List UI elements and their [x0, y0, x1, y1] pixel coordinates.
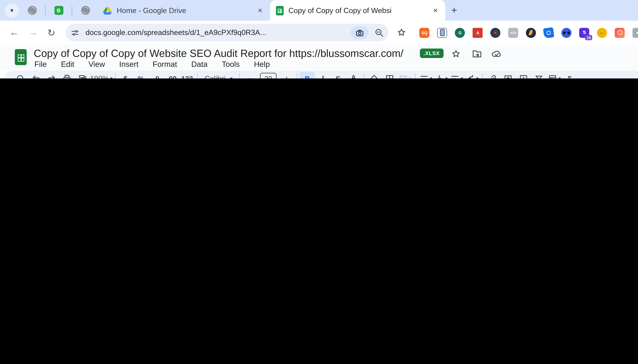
merge-cells-button[interactable]: ▾ — [397, 71, 413, 78]
italic-button[interactable]: I — [315, 71, 330, 78]
lens-button[interactable] — [351, 26, 368, 39]
pinned-tab-globe-icon[interactable] — [27, 6, 37, 15]
extension-red-book-icon[interactable]: A — [473, 28, 483, 38]
tab-close-icon[interactable]: × — [431, 6, 439, 15]
menu-format[interactable]: Format — [153, 60, 177, 69]
forward-button[interactable]: → — [29, 27, 38, 38]
extension-keywords-everywhere-icon[interactable]: K — [491, 28, 501, 38]
fill-color-button[interactable] — [367, 71, 382, 78]
extension-seoquake-icon[interactable]: SQ — [420, 28, 430, 38]
star-document-button[interactable] — [451, 49, 461, 58]
bold-button[interactable]: B — [300, 71, 315, 78]
vertical-align-button[interactable]: ▾ — [433, 71, 449, 78]
menu-tools[interactable]: Tools — [222, 60, 240, 69]
back-button[interactable]: ← — [10, 27, 19, 38]
document-status-cloud-icon[interactable] — [491, 49, 502, 58]
zoom-out-icon[interactable] — [374, 28, 384, 37]
extension-code-tool-icon[interactable]: </> — [508, 28, 518, 38]
tab-title: Copy of Copy of Copy of Websi — [288, 6, 431, 14]
extension-purple-arrows-icon[interactable]: ⇅15 — [579, 28, 589, 38]
drive-icon — [103, 6, 112, 14]
extension-alien-icon[interactable] — [562, 28, 572, 38]
sheets-icon — [276, 6, 284, 15]
create-filter-button[interactable] — [531, 71, 547, 78]
increase-font-size-button[interactable]: + — [279, 71, 294, 78]
extension-navy-swirl-icon[interactable] — [526, 28, 536, 38]
bookmark-star-button[interactable] — [397, 28, 406, 37]
font-size-input[interactable]: 20 — [260, 72, 277, 78]
pinned-tab-globe-icon[interactable] — [81, 6, 90, 15]
insert-comment-button[interactable] — [500, 71, 516, 78]
tab-title: Home - Google Drive — [117, 6, 256, 14]
increase-decimals-button[interactable]: .00 — [164, 71, 180, 78]
paint-format-button[interactable] — [75, 71, 90, 78]
insert-link-button[interactable] — [485, 71, 500, 78]
strikethrough-button[interactable]: S — [330, 71, 346, 78]
extension-grammarly-icon[interactable]: G — [455, 28, 465, 38]
more-formats-button[interactable]: 123 — [179, 71, 195, 78]
functions-button[interactable]: Σ — [562, 71, 577, 78]
document-title[interactable]: Copy of Copy of Copy of Website SEO Audi… — [34, 47, 403, 60]
file-type-badge: .XLSX — [420, 48, 443, 58]
reload-button[interactable]: ↻ — [47, 27, 55, 38]
decrease-font-size-button[interactable]: − — [242, 71, 258, 78]
extension-mobile-device-icon[interactable] — [437, 28, 447, 38]
site-info-icon[interactable] — [71, 28, 80, 37]
omnibox[interactable]: docs.google.com/spreadsheets/d/1_eA9cPXf… — [66, 24, 389, 42]
pinned-tab-green-app-icon[interactable]: B — [54, 6, 63, 15]
extension-blue-tag-icon[interactable] — [543, 27, 554, 38]
menu-insert[interactable]: Insert — [119, 60, 139, 69]
borders-button[interactable] — [382, 71, 397, 78]
zoom-select[interactable]: 100%▾ — [90, 71, 112, 78]
tab-close-icon[interactable]: × — [256, 6, 264, 15]
menu-edit[interactable]: Edit — [61, 60, 74, 69]
browser-tab-spreadsheet[interactable]: Copy of Copy of Copy of Websi × — [270, 0, 445, 21]
insert-chart-button[interactable] — [516, 71, 531, 78]
move-folder-button[interactable] — [472, 49, 482, 58]
tab-search-button[interactable]: ▾ — [5, 3, 19, 18]
decrease-decimals-button[interactable]: .0 — [149, 71, 164, 78]
print-button[interactable] — [59, 71, 75, 78]
menu-data[interactable]: Data — [191, 60, 208, 69]
text-color-button[interactable]: A — [346, 71, 361, 78]
docs-header: Copy of Copy of Copy of Website SEO Audi… — [0, 44, 638, 70]
menu-help[interactable]: Help — [254, 60, 270, 69]
browser-toolbar: ← → ↻ docs.google.com/spreadsheets/d/1_e… — [0, 21, 638, 44]
font-select[interactable]: Calibri▾ — [200, 71, 237, 78]
horizontal-align-button[interactable]: ▾ — [418, 71, 434, 78]
search-icon[interactable] — [13, 71, 29, 78]
extension-camera-search-icon[interactable] — [615, 28, 625, 38]
sheets-app-logo[interactable] — [15, 49, 27, 65]
extension-grey-camera-icon[interactable] — [633, 28, 638, 38]
new-tab-button[interactable]: + — [451, 4, 457, 16]
browser-tab-home[interactable]: Home - Google Drive × — [97, 0, 270, 21]
redo-button[interactable] — [44, 71, 59, 78]
browser-tab-strip: ▾ B Home - Google Drive × Copy of Copy o… — [0, 0, 638, 21]
url-text[interactable]: docs.google.com/spreadsheets/d/1_eA9cPXf… — [86, 28, 351, 37]
text-wrap-button[interactable]: ▾ — [449, 71, 464, 78]
extension-emoji-face-icon[interactable] — [597, 28, 607, 38]
sheets-toolbar: 100%▾ $ % .0 .00 123 Calibri▾ − 20 + B I… — [5, 70, 638, 78]
screen: ▾ B Home - Google Drive × Copy of Copy o… — [0, 0, 638, 78]
text-rotation-button[interactable]: ▾ — [464, 71, 480, 78]
menu-view[interactable]: View — [89, 60, 105, 69]
format-percent-button[interactable]: % — [133, 71, 149, 78]
table-button[interactable]: ▾ — [547, 71, 562, 78]
format-currency-button[interactable]: $ — [118, 71, 133, 78]
undo-button[interactable] — [29, 71, 44, 78]
menu-file[interactable]: File — [34, 60, 47, 69]
